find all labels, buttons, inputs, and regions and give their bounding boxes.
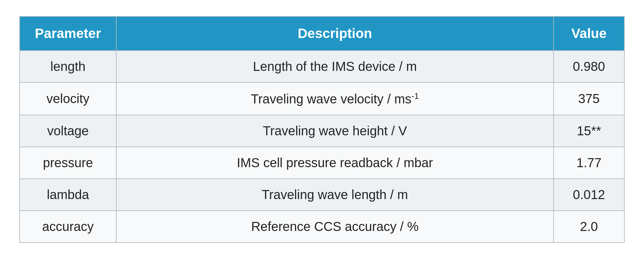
cell-parameter: velocity xyxy=(20,82,116,115)
table-header-row: Parameter Description Value xyxy=(20,16,624,51)
table-container: Parameter Description Value lengthLength… xyxy=(19,16,625,243)
header-parameter: Parameter xyxy=(20,16,116,51)
table-row: voltageTraveling wave height / V15** xyxy=(20,115,624,147)
cell-parameter: voltage xyxy=(20,115,116,147)
table-row: pressureIMS cell pressure readback / mba… xyxy=(20,147,624,179)
cell-parameter: pressure xyxy=(20,147,116,179)
cell-description: Traveling wave velocity / ms-1 xyxy=(116,82,554,115)
cell-value: 375 xyxy=(554,82,624,115)
header-value: Value xyxy=(554,16,624,51)
header-description: Description xyxy=(116,16,554,51)
cell-description: Length of the IMS device / m xyxy=(116,51,554,82)
table-row: velocityTraveling wave velocity / ms-137… xyxy=(20,82,624,115)
table-row: accuracyReference CCS accuracy / %2.0 xyxy=(20,211,624,243)
cell-description: Traveling wave height / V xyxy=(116,115,554,147)
cell-parameter: length xyxy=(20,51,116,82)
cell-value: 15** xyxy=(554,115,624,147)
cell-value: 1.77 xyxy=(554,147,624,179)
parameters-table: Parameter Description Value lengthLength… xyxy=(19,16,625,243)
cell-value: 0.012 xyxy=(554,179,624,211)
cell-description: Traveling wave length / m xyxy=(116,179,554,211)
table-row: lengthLength of the IMS device / m0.980 xyxy=(20,51,624,82)
cell-parameter: lambda xyxy=(20,179,116,211)
table-row: lambdaTraveling wave length / m0.012 xyxy=(20,179,624,211)
cell-description: IMS cell pressure readback / mbar xyxy=(116,147,554,179)
cell-value: 2.0 xyxy=(554,211,624,243)
cell-value: 0.980 xyxy=(554,51,624,82)
cell-description: Reference CCS accuracy / % xyxy=(116,211,554,243)
cell-parameter: accuracy xyxy=(20,211,116,243)
